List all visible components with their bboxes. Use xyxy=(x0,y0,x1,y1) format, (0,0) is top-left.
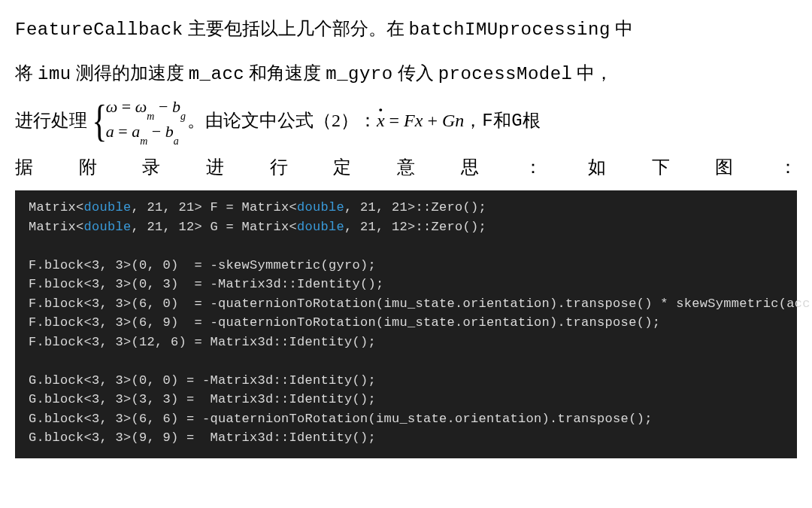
explanation-text: FeatureCallback 主要包括以上几个部分。在 batchIMUpro… xyxy=(15,8,797,189)
code-token: batchIMUprocessing xyxy=(409,20,611,40)
code-token: F xyxy=(482,99,493,143)
type-keyword: double xyxy=(297,220,344,234)
justified-line: 据 附 录 进 行 定 意 思 ： 如 下 图 ： xyxy=(15,146,797,190)
equation-cases: { ω = ωm − bg a = am − ba xyxy=(89,96,186,146)
code-token: m_acc xyxy=(189,64,245,84)
code-token: m_gyro xyxy=(326,64,392,84)
state-equation: x = Fx + Gn xyxy=(377,99,464,143)
left-brace-icon: { xyxy=(92,98,107,143)
code-token: imu xyxy=(38,64,71,84)
type-keyword: double xyxy=(84,200,132,214)
type-keyword: double xyxy=(297,200,344,214)
code-token: G xyxy=(511,99,523,143)
code-token: processModel xyxy=(438,64,573,84)
code-snippet: Matrix<double, 21, 21> F = Matrix<double… xyxy=(15,190,797,458)
code-token: FeatureCallback xyxy=(15,20,183,40)
type-keyword: double xyxy=(84,220,132,234)
